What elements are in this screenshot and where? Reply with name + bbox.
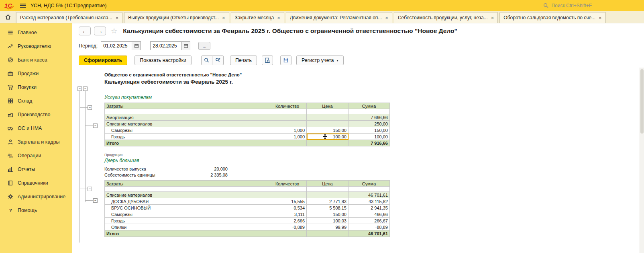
cell-qty[interactable]: 3,111: [268, 211, 307, 218]
report-row[interactable]: Итого7 916,66: [104, 140, 390, 146]
cell-sum[interactable]: 266,67: [348, 218, 390, 224]
cell-qty[interactable]: [268, 140, 307, 146]
report-row[interactable]: Амортизация7 666,66: [104, 114, 390, 121]
cell-sum[interactable]: 46 701,61: [348, 192, 390, 198]
cell-qty[interactable]: [268, 230, 307, 237]
report-row[interactable]: Опилки-0,88999,99-88,89: [104, 224, 390, 230]
sidebar-item-pokupki[interactable]: Покупки: [0, 80, 72, 94]
tab-close-icon[interactable]: ×: [599, 15, 602, 21]
register-button[interactable]: Регистр учета ▾: [296, 56, 344, 65]
cell-name[interactable]: Амортизация: [104, 114, 268, 121]
cell-price[interactable]: 150,00: [307, 211, 348, 218]
show-settings-button[interactable]: Показать настройки: [135, 56, 192, 65]
cell-qty[interactable]: [268, 114, 307, 121]
main-menu-icon[interactable]: [20, 4, 26, 8]
report-row[interactable]: ДОСКА ДУБОВАЯ15,5552 771,8343 115,82: [104, 198, 390, 205]
cell-price[interactable]: 5 508,15: [307, 205, 348, 211]
tab-2[interactable]: Выпуск продукции (Отчеты производст...×: [124, 12, 229, 23]
cell-price[interactable]: [307, 114, 348, 121]
tab-1[interactable]: Расход материалов (Требования-накла...×: [16, 12, 122, 23]
collapse-section-1-button[interactable]: −: [88, 105, 92, 110]
cell-qty[interactable]: 0,534: [268, 205, 307, 211]
cell-sum[interactable]: 466,66: [348, 211, 390, 218]
column-header[interactable]: Количество: [268, 103, 307, 109]
tab-close-icon[interactable]: ×: [277, 15, 280, 21]
cell-sum[interactable]: 7 916,66: [348, 140, 390, 146]
collapse-group-button[interactable]: −: [93, 123, 98, 128]
column-header[interactable]: Цена: [307, 103, 348, 109]
cell-sum[interactable]: 2 941,35: [348, 205, 390, 211]
sidebar-item-administrirovanie[interactable]: Администрирование: [0, 190, 72, 204]
report-row[interactable]: Гвоздь2,666100,03266,67: [104, 218, 390, 224]
sidebar-item-glavnoe[interactable]: Главное: [0, 26, 72, 39]
column-header[interactable]: Цена: [307, 180, 348, 187]
cell-price[interactable]: [307, 230, 348, 237]
cell-sum[interactable]: 250,00: [348, 121, 390, 127]
cell-price[interactable]: [307, 121, 348, 127]
cell-price[interactable]: 150,00: [307, 127, 348, 134]
save-button[interactable]: [280, 56, 291, 65]
tab-5[interactable]: Себестоимость продукции, услуг, неза...×: [394, 12, 498, 23]
cell-sum[interactable]: 43 115,82: [348, 198, 390, 205]
sidebar-item-spravochniki[interactable]: Справочники: [0, 176, 72, 190]
cell-price[interactable]: 2 771,83: [307, 198, 348, 205]
sidebar-item-zarplata-i-kadry[interactable]: Зарплата и кадры: [0, 135, 72, 149]
column-header[interactable]: Затраты: [104, 180, 268, 187]
cell-sum[interactable]: 46 701,61: [348, 230, 390, 237]
calendar-icon[interactable]: [132, 42, 141, 50]
collapse-level-2-button[interactable]: −: [83, 86, 88, 91]
cell-sum[interactable]: 100,00: [348, 134, 390, 140]
report-row[interactable]: Саморезы3,111150,00466,66: [104, 211, 390, 218]
favorite-star-icon[interactable]: ☆: [111, 27, 117, 35]
vertical-scrollbar[interactable]: [640, 68, 644, 253]
cell-sum[interactable]: -88,89: [348, 224, 390, 230]
cell-name[interactable]: ДОСКА ДУБОВАЯ: [104, 198, 268, 205]
scrollbar-thumb[interactable]: [640, 69, 644, 134]
cell-name[interactable]: Итого: [104, 230, 268, 237]
print-button[interactable]: Печать: [230, 56, 257, 65]
period-from-input[interactable]: [101, 43, 132, 49]
find-button[interactable]: [201, 56, 212, 65]
cell-price[interactable]: 100,00: [307, 134, 348, 140]
tab-close-icon[interactable]: ×: [116, 15, 119, 21]
sidebar-item-bank-i-kassa[interactable]: Банк и касса: [0, 53, 72, 67]
sidebar-item-operacii[interactable]: ДтКтОперации: [0, 149, 72, 162]
collapse-level-1-button[interactable]: −: [77, 86, 82, 91]
cell-price[interactable]: [307, 140, 348, 146]
forward-button[interactable]: →: [94, 27, 106, 35]
tab-4[interactable]: Движения документа: Регламентная оп...×: [286, 12, 392, 23]
report-row[interactable]: Списание материалов46 701,61: [104, 192, 390, 198]
column-header[interactable]: Количество: [268, 180, 307, 187]
sidebar-item-rukovoditelyu[interactable]: Руководителю: [0, 39, 72, 53]
cell-sum[interactable]: 150,00: [348, 127, 390, 134]
sidebar-item-pomosch[interactable]: ?Помощь: [0, 204, 72, 217]
tab-3[interactable]: Закрытие месяца×: [231, 12, 284, 23]
cell-name[interactable]: Итого: [104, 140, 268, 146]
column-header[interactable]: Сумма: [348, 103, 390, 109]
sidebar-item-prodazhi[interactable]: Продажи: [0, 67, 72, 80]
collapse-section-2-button[interactable]: −: [88, 187, 92, 191]
report-row[interactable]: Саморезы1,000150,00150,00: [104, 127, 390, 134]
cell-qty[interactable]: 2,666: [268, 218, 307, 224]
print-preview-button[interactable]: [262, 56, 273, 65]
cell-name[interactable]: Саморезы: [104, 211, 268, 218]
cell-name[interactable]: Списание материалов: [104, 192, 268, 198]
tab-close-icon[interactable]: ×: [222, 15, 225, 21]
cell-name[interactable]: Гвоздь: [104, 134, 268, 140]
period-more-button[interactable]: ...: [198, 42, 210, 50]
calendar-icon[interactable]: [181, 42, 190, 50]
cell-sum[interactable]: 7 666,66: [348, 114, 390, 121]
home-tab[interactable]: [0, 11, 16, 23]
tab-close-icon[interactable]: ×: [385, 15, 388, 21]
cell-name[interactable]: Гвоздь: [104, 218, 268, 224]
cell-qty[interactable]: 1,000: [268, 134, 307, 140]
report-row[interactable]: Списание материалов250,00: [104, 121, 390, 127]
cell-qty[interactable]: [268, 121, 307, 127]
cell-price[interactable]: [307, 192, 348, 198]
column-header[interactable]: Затраты: [104, 103, 268, 109]
cell-name[interactable]: Опилки: [104, 224, 268, 230]
back-button[interactable]: ←: [79, 27, 91, 35]
global-search[interactable]: Поиск Ctrl+Shift+F: [543, 3, 592, 8]
sidebar-item-os-i-nma[interactable]: ОС и НМА: [0, 121, 72, 135]
cell-name[interactable]: Списание материалов: [104, 121, 268, 127]
